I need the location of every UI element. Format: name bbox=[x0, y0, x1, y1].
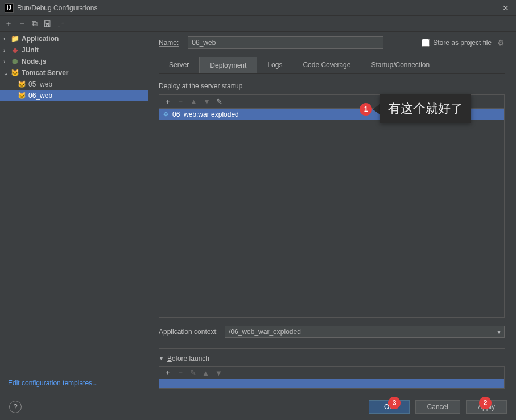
folder-icon: 📁 bbox=[10, 34, 19, 43]
store-as-project-file[interactable]: Store as project file ⚙ bbox=[422, 38, 505, 47]
tree-label: 05_web bbox=[28, 80, 52, 88]
sort-icon[interactable]: ↓↑ bbox=[57, 19, 65, 28]
tree-label: JUnit bbox=[22, 46, 39, 54]
deploy-list[interactable]: ❖ 06_web:war exploded bbox=[159, 109, 504, 317]
chevron-down-icon[interactable]: ▾ bbox=[493, 326, 504, 337]
edit-icon: ✎ bbox=[190, 369, 196, 377]
sidebar-toolbar: ＋ － ⧉ 🖫 ↓↑ bbox=[0, 16, 516, 32]
tree-node-nodejs[interactable]: › ⬢ Node.js bbox=[0, 56, 148, 67]
annotation-tail bbox=[373, 104, 381, 115]
copy-icon[interactable]: ⧉ bbox=[32, 19, 38, 28]
close-icon[interactable]: ✕ bbox=[500, 3, 511, 13]
annotation-badge-1: 1 bbox=[360, 103, 372, 116]
tomcat-icon: 🐱 bbox=[10, 68, 19, 77]
up-icon: ▲ bbox=[202, 369, 209, 377]
tab-code-coverage[interactable]: Code Coverage bbox=[292, 57, 361, 73]
annotation-badge-2: 2 bbox=[479, 397, 492, 409]
node-icon: ⬢ bbox=[10, 57, 19, 66]
name-input[interactable] bbox=[188, 36, 383, 49]
tree-label: Application bbox=[22, 35, 59, 43]
deploy-heading: Deploy at the server startup bbox=[159, 82, 505, 90]
tab-deployment[interactable]: Deployment bbox=[199, 57, 257, 73]
before-launch-label: Before launch bbox=[167, 355, 209, 363]
run-config-icon: 🐱 bbox=[17, 80, 26, 89]
chevron-right-icon: › bbox=[3, 47, 10, 53]
app-icon: IJ bbox=[5, 3, 14, 13]
app-context-row: Application context: ▾ bbox=[159, 326, 505, 338]
save-template-icon[interactable]: 🖫 bbox=[43, 19, 51, 28]
chevron-right-icon: › bbox=[3, 59, 10, 65]
down-icon: ▼ bbox=[215, 369, 222, 377]
tree-node-junit[interactable]: › ◆ JUnit bbox=[0, 44, 148, 56]
gear-icon[interactable]: ⚙ bbox=[497, 38, 505, 47]
deploy-list-box: ＋ － ▲ ▼ ✎ ❖ 06_web:war exploded bbox=[159, 94, 505, 318]
cancel-button[interactable]: Cancel bbox=[415, 400, 460, 414]
name-row: Name: Store as project file ⚙ bbox=[159, 36, 505, 49]
add-icon[interactable]: ＋ bbox=[164, 97, 171, 107]
artifact-icon: ❖ bbox=[163, 110, 169, 118]
tab-startup-connection[interactable]: Startup/Connection bbox=[361, 57, 440, 73]
add-icon[interactable]: ＋ bbox=[164, 368, 171, 378]
deploy-item-label: 06_web:war exploded bbox=[172, 110, 239, 118]
tree-label: 06_web bbox=[28, 92, 52, 100]
tree-leaf-06-web[interactable]: 🐱 06_web bbox=[0, 90, 148, 101]
remove-icon[interactable]: － bbox=[18, 19, 26, 29]
divider bbox=[159, 348, 505, 349]
store-label: Store as project file bbox=[433, 39, 492, 47]
up-icon: ▲ bbox=[190, 97, 197, 106]
title-bar: IJ Run/Debug Configurations ✕ bbox=[0, 0, 516, 16]
before-launch-toolbar: ＋ － ✎ ▲ ▼ bbox=[159, 367, 504, 379]
chevron-right-icon: › bbox=[3, 36, 10, 42]
app-context-input[interactable] bbox=[225, 326, 493, 337]
config-tree: › 📁 Application › ◆ JUnit › ⬢ Node.js ⌄ … bbox=[0, 32, 148, 373]
config-tree-sidebar: › 📁 Application › ◆ JUnit › ⬢ Node.js ⌄ … bbox=[0, 32, 148, 393]
app-context-label: Application context: bbox=[159, 328, 218, 336]
tabs: Server Deployment Logs Code Coverage Sta… bbox=[159, 57, 505, 74]
window-title: Run/Debug Configurations bbox=[17, 4, 500, 12]
remove-icon[interactable]: － bbox=[177, 97, 184, 107]
tree-node-tomcat[interactable]: ⌄ 🐱 Tomcat Server bbox=[0, 67, 148, 79]
help-button[interactable]: ? bbox=[9, 401, 22, 413]
tab-server[interactable]: Server bbox=[159, 57, 199, 73]
store-checkbox[interactable] bbox=[422, 39, 430, 47]
annotation-badge-3: 3 bbox=[388, 397, 401, 409]
tab-logs[interactable]: Logs bbox=[257, 57, 292, 73]
tree-label: Node.js bbox=[22, 57, 46, 65]
tree-node-application[interactable]: › 📁 Application bbox=[0, 33, 148, 44]
edit-templates-link[interactable]: Edit configuration templates... bbox=[0, 373, 148, 393]
remove-icon[interactable]: － bbox=[177, 368, 184, 378]
run-config-icon: 🐱 bbox=[17, 91, 26, 100]
bottom-bar: ? OK Cancel Apply bbox=[0, 393, 516, 420]
chevron-down-icon: ⌄ bbox=[3, 70, 10, 76]
before-launch-box: ＋ － ✎ ▲ ▼ bbox=[159, 366, 505, 389]
annotation-callout-1: 有这个就好了 bbox=[380, 94, 471, 123]
tree-leaf-05-web[interactable]: 🐱 05_web bbox=[0, 79, 148, 90]
down-icon: ▼ bbox=[203, 97, 210, 106]
app-context-combo[interactable]: ▾ bbox=[225, 326, 505, 338]
content-pane: Name: Store as project file ⚙ Server Dep… bbox=[148, 32, 516, 393]
add-icon[interactable]: ＋ bbox=[5, 19, 13, 29]
before-launch-selected-row[interactable] bbox=[159, 379, 504, 388]
junit-icon: ◆ bbox=[10, 46, 19, 55]
tree-label: Tomcat Server bbox=[22, 69, 68, 77]
triangle-down-icon: ▼ bbox=[159, 356, 164, 361]
before-launch-heading[interactable]: ▼ Before launch bbox=[159, 355, 505, 363]
name-label: Name: bbox=[159, 39, 179, 47]
edit-icon[interactable]: ✎ bbox=[216, 97, 222, 106]
